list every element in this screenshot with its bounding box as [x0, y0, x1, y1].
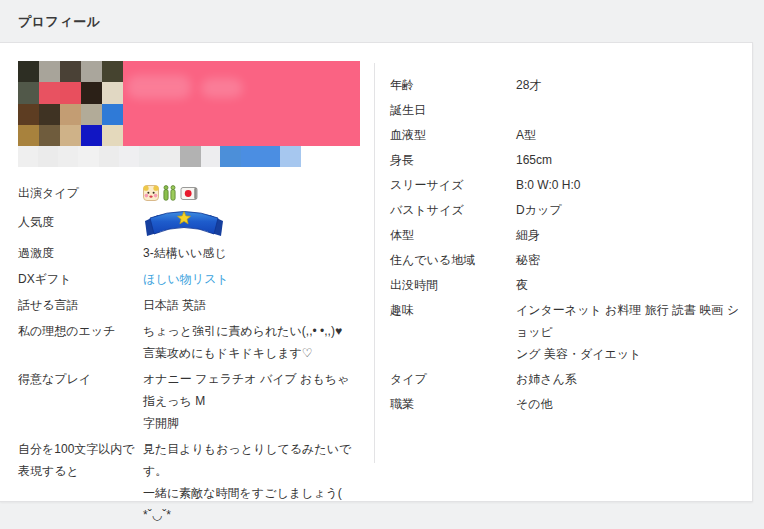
field-row-ideal-play: 私の理想のエッチ ちょっと強引に責められたい(,,• •,,)♥ 言葉攻めにもド…	[18, 320, 364, 364]
field-label: 誕生日	[390, 99, 516, 121]
mosaic-cell	[39, 104, 60, 125]
field-value: 3-結構いい感じ	[143, 242, 364, 264]
field-label: 人気度	[18, 208, 143, 236]
field-label: 過激度	[18, 242, 143, 264]
popularity-value	[143, 208, 364, 238]
mosaic-cell	[60, 82, 81, 103]
strip-cell	[38, 146, 58, 167]
field-label: 体型	[390, 224, 516, 246]
mosaic-cell	[102, 125, 123, 146]
strip-cell	[119, 146, 139, 167]
field-label: 血液型	[390, 124, 516, 146]
strip-cell	[180, 146, 201, 167]
popularity-ribbon	[143, 208, 225, 238]
field-row-hobbies: 趣味 インターネット お料理 旅行 読書 映画 ショッピ ング 美容・ダイエット	[390, 299, 742, 365]
field-row-extremeness: 過激度 3-結構いい感じ	[18, 242, 364, 264]
mosaic-cell	[18, 61, 39, 82]
field-row-region: 住んでいる地域 秘密	[390, 249, 742, 271]
censor-highlight-patch	[127, 75, 191, 99]
mosaic-cell	[102, 104, 123, 125]
field-value: Dカップ	[516, 199, 742, 221]
field-row-age: 年齢 28才	[390, 74, 742, 96]
censored-avatar-mosaic	[18, 61, 123, 146]
field-label: 私の理想のエッチ	[18, 320, 143, 342]
right-field-list: 年齢 28才 誕生日 血液型 A型 身長 165cm スリーサイズ B:0 W:…	[390, 74, 742, 418]
mosaic-cell	[39, 125, 60, 146]
field-value: 日本語 英語	[143, 294, 364, 316]
strip-cell	[280, 146, 301, 167]
strip-cell	[78, 146, 99, 167]
girl-face-icon	[143, 185, 159, 201]
field-label: 趣味	[390, 299, 516, 321]
wishlist-link[interactable]: ほしい物リスト	[143, 272, 229, 286]
field-row-active-time: 出没時間 夜	[390, 274, 742, 296]
field-row-type: タイプ お姉さん系	[390, 368, 742, 390]
field-value: その他	[516, 393, 742, 415]
field-row-height: 身長 165cm	[390, 149, 742, 171]
mosaic-cell	[39, 82, 60, 103]
field-row-blood-type: 血液型 A型	[390, 124, 742, 146]
strip-cell	[18, 146, 38, 167]
mosaic-cell	[81, 82, 102, 103]
field-value: ちょっと強引に責められたい(,,• •,,)♥ 言葉攻めにもドキドキします♡	[143, 320, 364, 364]
field-row-languages: 話せる言語 日本語 英語	[18, 294, 364, 316]
field-label: 自分を100文字以内で 表現すると	[18, 438, 143, 482]
field-row-occupation: 職業 その他	[390, 393, 742, 415]
field-label: 出没時間	[390, 274, 516, 296]
field-value: 見た目よりもおっとりしてるみたいです。 一緒に素敵な時間をすごしましょう( *ˇ…	[143, 438, 364, 529]
strip-cell	[139, 146, 160, 167]
mosaic-cell	[102, 61, 123, 82]
strip-cell	[58, 146, 78, 167]
field-value	[516, 99, 742, 121]
page-title: プロフィール	[18, 13, 101, 31]
appearance-type-icons	[143, 182, 364, 204]
field-label: タイプ	[390, 368, 516, 390]
field-row-appearance-type: 出演タイプ	[18, 182, 364, 204]
field-value: オナニー フェラチオ バイブ おもちゃ 指えっち M 字開脚	[143, 368, 364, 434]
field-label: 得意なプレイ	[18, 368, 143, 390]
field-value: インターネット お料理 旅行 読書 映画 ショッピ ング 美容・ダイエット	[516, 299, 742, 365]
field-row-birthday: 誕生日	[390, 99, 742, 121]
field-value: 28才	[516, 74, 742, 96]
mosaic-cell	[81, 61, 102, 82]
field-row-self-description: 自分を100文字以内で 表現すると 見た目よりもおっとりしてるみたいです。 一緒…	[18, 438, 364, 529]
field-label: 話せる言語	[18, 294, 143, 316]
strip-cell	[160, 146, 180, 167]
field-label: バストサイズ	[390, 199, 516, 221]
pair-icon	[162, 185, 177, 201]
censor-highlight-patch	[201, 78, 243, 98]
censored-info-strip	[18, 146, 301, 167]
field-value: 165cm	[516, 149, 742, 171]
field-row-favorite-play: 得意なプレイ オナニー フェラチオ バイブ おもちゃ 指えっち M 字開脚	[18, 368, 364, 434]
field-row-body-type: 体型 細身	[390, 224, 742, 246]
field-value: B:0 W:0 H:0	[516, 174, 742, 196]
field-value: 秘密	[516, 249, 742, 271]
mosaic-cell	[39, 61, 60, 82]
mosaic-cell	[81, 125, 102, 146]
left-field-list: 出演タイプ	[18, 182, 364, 529]
field-row-popularity: 人気度	[18, 208, 364, 238]
field-label: スリーサイズ	[390, 174, 516, 196]
strip-cell	[201, 146, 220, 167]
mosaic-cell	[60, 125, 81, 146]
column-divider	[374, 63, 375, 463]
field-value: お姉さん系	[516, 368, 742, 390]
field-row-three-sizes: スリーサイズ B:0 W:0 H:0	[390, 174, 742, 196]
field-label: 出演タイプ	[18, 182, 143, 204]
mosaic-cell	[81, 104, 102, 125]
strip-cell	[241, 146, 280, 167]
field-row-dx-gift: DXギフト ほしい物リスト	[18, 268, 364, 290]
mosaic-cell	[60, 61, 81, 82]
profile-card: 出演タイプ	[0, 42, 753, 502]
mosaic-cell	[18, 82, 39, 103]
field-value: 夜	[516, 274, 742, 296]
field-value: A型	[516, 124, 742, 146]
mosaic-cell	[18, 125, 39, 146]
japan-flag-icon	[180, 186, 199, 201]
field-label: 身長	[390, 149, 516, 171]
mosaic-cell	[102, 82, 123, 103]
field-row-bust-size: バストサイズ Dカップ	[390, 199, 742, 221]
strip-cell	[220, 146, 241, 167]
field-label: 年齢	[390, 74, 516, 96]
mosaic-cell	[18, 104, 39, 125]
